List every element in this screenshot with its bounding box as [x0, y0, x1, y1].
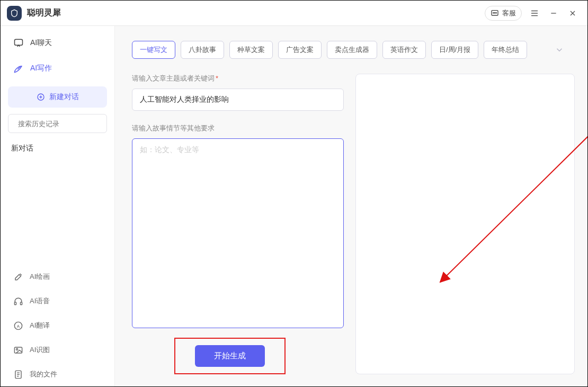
chat-bubble-icon: [491, 9, 499, 17]
sidebar: AI聊天 AI写作 新建对话 新对话 AI绘画 AI语音 A AI翻译: [1, 26, 115, 386]
svg-text:A: A: [17, 323, 20, 328]
brush-icon: [13, 272, 23, 282]
new-chat-label: 新建对话: [49, 92, 79, 102]
menu-icon[interactable]: [526, 5, 543, 22]
chip-ad[interactable]: 广告文案: [278, 41, 322, 59]
file-icon: [13, 370, 23, 380]
sidebar-tool-label: AI翻译: [30, 321, 50, 330]
svg-rect-10: [15, 39, 23, 45]
svg-point-21: [16, 348, 18, 350]
generate-highlight-box: 开始生成: [174, 338, 286, 374]
sidebar-tool-draw[interactable]: AI绘画: [1, 265, 114, 289]
search-wrap[interactable]: [8, 114, 107, 133]
app-title: 聪明灵犀: [27, 7, 485, 19]
sidebar-item-label: AI聊天: [30, 38, 52, 48]
sidebar-tool-translate[interactable]: A AI翻译: [1, 313, 114, 338]
minimize-icon[interactable]: [545, 5, 562, 22]
chip-sellingpoint[interactable]: 卖点生成器: [327, 41, 377, 59]
template-chips-row: 一键写文 八卦故事 种草文案 广告文案 卖点生成器 英语作文 日/周/月报 年终…: [132, 41, 575, 59]
quill-icon: [13, 63, 24, 74]
svg-point-1: [493, 12, 494, 13]
sidebar-tool-image[interactable]: AI识图: [1, 338, 114, 362]
output-panel: [355, 74, 575, 374]
app-logo-icon: [7, 6, 22, 21]
input-column: 请输入文章主题或者关键词* 请输入故事情节等其他要求 开始生成: [132, 74, 344, 374]
main-area: 一键写文 八卦故事 种草文案 广告文案 卖点生成器 英语作文 日/周/月报 年终…: [115, 26, 587, 386]
svg-rect-16: [14, 302, 16, 305]
plus-circle-icon: [37, 93, 45, 101]
details-label: 请输入故事情节等其他要求: [132, 124, 344, 133]
chips-expand-button[interactable]: [555, 45, 564, 55]
chevron-down-icon: [555, 45, 564, 55]
svg-point-3: [496, 12, 496, 13]
chip-report[interactable]: 日/周/月报: [431, 41, 478, 59]
support-button[interactable]: 客服: [485, 6, 522, 21]
translate-icon: A: [13, 321, 23, 331]
chip-english[interactable]: 英语作文: [382, 41, 426, 59]
chip-oneclick[interactable]: 一键写文: [132, 41, 175, 59]
history-item[interactable]: 新对话: [1, 137, 114, 160]
topic-label: 请输入文章主题或者关键词*: [132, 74, 344, 83]
chat-icon: [13, 38, 24, 48]
new-chat-button[interactable]: 新建对话: [8, 86, 107, 108]
svg-point-2: [494, 12, 495, 13]
sidebar-item-label: AI写作: [30, 64, 52, 73]
sidebar-tool-label: AI绘画: [30, 272, 50, 282]
image-icon: [13, 345, 23, 355]
chip-gossip[interactable]: 八卦故事: [181, 41, 224, 59]
topic-input[interactable]: [132, 89, 344, 111]
generate-button[interactable]: 开始生成: [195, 345, 265, 367]
close-icon[interactable]: [564, 5, 581, 22]
chip-yearend[interactable]: 年终总结: [484, 41, 527, 59]
sidebar-item-chat[interactable]: AI聊天: [1, 30, 114, 56]
support-label: 客服: [502, 8, 516, 18]
chip-seeding[interactable]: 种草文案: [229, 41, 273, 59]
sidebar-item-write[interactable]: AI写作: [1, 56, 114, 81]
svg-rect-17: [20, 302, 22, 305]
sidebar-tool-label: AI识图: [30, 345, 50, 355]
headphones-icon: [13, 296, 23, 306]
search-input[interactable]: [18, 120, 107, 128]
sidebar-tool-voice[interactable]: AI语音: [1, 289, 114, 313]
sidebar-tool-label: AI语音: [30, 296, 50, 306]
titlebar: 聪明灵犀 客服: [1, 1, 587, 26]
details-textarea[interactable]: [132, 138, 344, 328]
sidebar-tool-files[interactable]: 我的文件: [1, 362, 114, 386]
sidebar-tool-label: 我的文件: [30, 370, 57, 379]
svg-rect-20: [14, 347, 22, 353]
